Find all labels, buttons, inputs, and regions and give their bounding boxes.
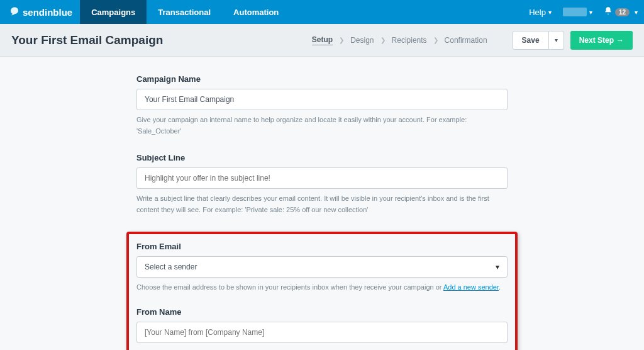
chevron-right-icon: ❯ xyxy=(433,37,438,43)
from-email-label: From Email xyxy=(136,242,508,251)
campaign-form: Campaign Name Give your campaign an inte… xyxy=(130,74,514,350)
save-button-group: Save ▾ xyxy=(513,31,564,50)
campaign-name-input[interactable] xyxy=(136,89,508,110)
breadcrumb-recipients[interactable]: Recipients xyxy=(392,36,427,45)
user-avatar-placeholder xyxy=(563,8,587,16)
subject-line-hint: Write a subject line that clearly descri… xyxy=(136,193,508,215)
breadcrumb-confirmation[interactable]: Confirmation xyxy=(445,36,487,45)
breadcrumb-design[interactable]: Design xyxy=(350,36,374,45)
sub-header: Your First Email Campaign Setup ❯ Design… xyxy=(0,24,644,57)
nav-transactional[interactable]: Transactional xyxy=(147,0,222,24)
save-button[interactable]: Save xyxy=(513,31,549,50)
highlighted-section: From Email Select a sender ▾ Choose the … xyxy=(126,232,518,350)
campaign-name-label: Campaign Name xyxy=(136,74,508,84)
chevron-right-icon: ❯ xyxy=(380,37,386,43)
add-sender-link[interactable]: Add a new sender xyxy=(443,283,499,291)
notifications-button[interactable]: 12 ▾ xyxy=(597,0,644,24)
campaign-name-group: Campaign Name Give your campaign an inte… xyxy=(136,74,508,137)
page-title: Your First Email Campaign xyxy=(11,33,163,47)
arrow-right-icon: → xyxy=(616,36,624,45)
brand-logo[interactable]: sendinblue xyxy=(0,0,80,24)
save-options-button[interactable]: ▾ xyxy=(549,31,564,50)
top-navigation: sendinblue Campaigns Transactional Autom… xyxy=(0,0,644,24)
from-name-hint: Enter a name (e.g. your company name) to… xyxy=(136,347,508,350)
chevron-down-icon: ▾ xyxy=(496,262,499,271)
brand-name: sendinblue xyxy=(23,7,72,18)
from-name-input[interactable] xyxy=(136,322,508,343)
chevron-down-icon: ▾ xyxy=(548,9,552,16)
from-email-placeholder: Select a sender xyxy=(145,262,197,271)
nav-campaigns[interactable]: Campaigns xyxy=(80,0,147,24)
campaign-name-hint: Give your campaign an internal name to h… xyxy=(136,115,508,137)
breadcrumb-setup[interactable]: Setup xyxy=(312,35,333,45)
from-email-select[interactable]: Select a sender ▾ xyxy=(136,256,508,278)
next-step-button[interactable]: Next Step → xyxy=(570,31,633,50)
sendinblue-icon xyxy=(9,6,20,18)
chevron-down-icon: ▾ xyxy=(635,9,638,16)
from-name-group: From Name Enter a name (e.g. your compan… xyxy=(136,307,508,350)
from-name-label: From Name xyxy=(136,307,508,317)
subject-line-label: Subject Line xyxy=(136,153,508,162)
subject-line-group: Subject Line Write a subject line that c… xyxy=(136,153,508,215)
breadcrumb: Setup ❯ Design ❯ Recipients ❯ Confirmati… xyxy=(312,35,487,45)
help-link[interactable]: Help ▾ xyxy=(523,0,558,24)
from-email-hint: Choose the email address to be shown in … xyxy=(136,282,508,293)
chevron-down-icon: ▾ xyxy=(589,9,592,16)
subject-line-input[interactable] xyxy=(136,167,508,189)
from-email-group: From Email Select a sender ▾ Choose the … xyxy=(136,242,508,293)
chevron-right-icon: ❯ xyxy=(339,37,344,43)
user-menu[interactable]: ▾ xyxy=(558,0,597,24)
chevron-down-icon: ▾ xyxy=(555,37,558,43)
notification-count-badge: 12 xyxy=(615,8,630,16)
nav-automation[interactable]: Automation xyxy=(222,0,290,24)
bell-icon xyxy=(604,6,613,18)
